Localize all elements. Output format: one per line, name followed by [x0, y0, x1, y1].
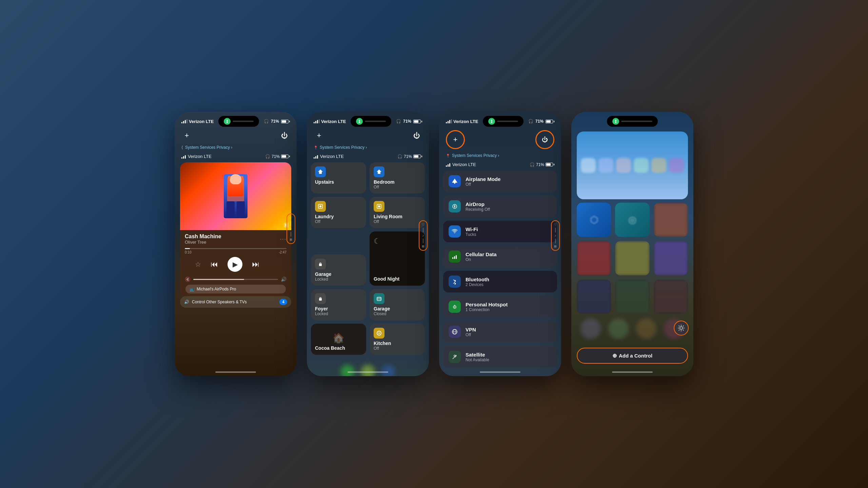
tile-cocoa-beach[interactable]: 🏠 Cocoa Beach [311, 324, 366, 355]
album-art-figure [224, 174, 248, 218]
edit-tile-3[interactable] [654, 203, 688, 237]
volume-high-icon: 🔊 [281, 277, 287, 282]
edit-tile-2-icon: ◎ [615, 203, 649, 237]
signal-bar [183, 121, 184, 123]
tile-garage-closed[interactable]: Garage Closed [370, 289, 425, 320]
foyer-icon [315, 293, 326, 304]
tile-upstairs[interactable]: Upstairs [311, 162, 366, 194]
gear-circle-indicator[interactable] [674, 321, 689, 336]
battery-fill-i1 [282, 155, 286, 158]
tile-cellular[interactable]: Cellular Data On [443, 246, 557, 267]
svg-line-23 [453, 356, 455, 359]
airplay-label: Michael's AirPods Pro [197, 287, 236, 291]
screen-edit: ⬡ ◎ [571, 112, 693, 376]
scroll-div-2 [423, 228, 423, 232]
connectivity-list: Airplane Mode Off AirDrop Receiving Off [439, 170, 561, 368]
bat-tip-2 [421, 156, 422, 157]
tile-bluetooth[interactable]: Bluetooth 2 Devices [443, 271, 557, 292]
di-icon-1 [224, 118, 231, 125]
bluetooth-icon [449, 276, 461, 288]
scroll-pill-2-music: ♪ [422, 234, 424, 237]
di-bar-1 [233, 121, 254, 122]
edit-tile-7[interactable] [577, 280, 611, 314]
tile-bedroom[interactable]: Bedroom Off [370, 162, 425, 194]
add-icon-2[interactable]: + [314, 130, 324, 141]
svg-rect-7 [377, 297, 381, 301]
power-icon-2[interactable]: ⏻ [411, 130, 422, 141]
status-bar-1: Verizon LTE 🎧 71% [175, 112, 297, 129]
signal-bar-i [183, 156, 184, 159]
tile-kitchen[interactable]: Kitchen Off [370, 324, 425, 355]
cellular-subtitle: On [466, 257, 552, 262]
carrier-name-2: Verizon LTE [320, 154, 344, 159]
speakers-control[interactable]: 🔊 Control Other Speakers & TVs 4 [180, 296, 291, 308]
scroll-pill-3-img: ⊞ [554, 245, 557, 248]
svg-point-25 [456, 355, 457, 356]
di-bar-3 [497, 121, 518, 122]
volume-bar[interactable] [193, 279, 278, 280]
bluetooth-subtitle: 2 Devices [466, 282, 552, 287]
favorite-button[interactable]: ☆ [195, 260, 201, 268]
power-icon-1[interactable]: ⏻ [279, 130, 290, 141]
tile-laundry[interactable]: Laundry Off [311, 197, 366, 228]
status-right-1: 🎧 71% [264, 119, 290, 124]
tile-hotspot[interactable]: Personal Hotspot 1 Connection [443, 296, 557, 318]
add-button-orange[interactable]: + [446, 130, 465, 149]
airplay-button[interactable]: 📺 Michael's AirPods Pro [185, 285, 286, 293]
tile-wifi[interactable]: Wi-Fi Tucks [443, 221, 557, 242]
blurred-app-5 [651, 158, 666, 173]
tile-good-night[interactable]: ☾ Good Night [370, 231, 425, 286]
play-button[interactable]: ▶ [228, 257, 242, 272]
power-button-orange[interactable]: ⏻ [535, 130, 554, 149]
signal-bar [186, 119, 188, 123]
progress-bar[interactable] [185, 248, 287, 249]
progress-container[interactable]: 0:10 -2:47 [180, 247, 291, 256]
edit-tile-8[interactable] [615, 280, 649, 314]
di-bar-2 [365, 121, 386, 122]
rewind-button[interactable]: ⏮ [211, 260, 218, 269]
add-icon-1[interactable]: + [181, 130, 192, 141]
edit-tile-9[interactable] [654, 280, 688, 314]
edit-tile-4[interactable] [577, 241, 611, 275]
time-elapsed: 0:10 [185, 250, 191, 254]
edit-tile-2[interactable]: ◎ [615, 203, 649, 237]
edit-tile-1[interactable]: ⬡ [577, 203, 611, 237]
status-bar-2: Verizon LTE 🎧 71% [307, 112, 429, 129]
airplane-icon [449, 175, 461, 187]
sig-i3c [449, 163, 450, 167]
add-control-button[interactable]: ⊕ Add a Control [577, 348, 688, 364]
more-dots[interactable]: ··· [280, 236, 287, 242]
playback-controls: ☆ ⏮ ▶ ⏭ [180, 256, 291, 275]
tile-vpn[interactable]: VPN Off [443, 321, 557, 343]
screen-connectivity: Verizon LTE 🎧 71% [439, 112, 561, 376]
home-indicator-1 [215, 371, 256, 373]
living-room-label: Living Room [374, 214, 421, 219]
svg-rect-14 [454, 256, 455, 259]
cellular-title: Cellular Data [466, 251, 552, 257]
satellite-title: Satellite [466, 352, 552, 358]
edit-tile-6[interactable] [654, 241, 688, 275]
status-right-2: 🎧 71% [396, 119, 422, 124]
status-bar-4 [571, 112, 693, 129]
tile-foyer[interactable]: Foyer Locked [311, 289, 366, 320]
scroll-div-2b [423, 239, 423, 243]
home-controls-grid: Upstairs Bedroom Off [307, 162, 429, 358]
battery-1 [281, 120, 290, 123]
tile-garage-locked[interactable]: Garage Locked [311, 255, 366, 286]
carrier-3: Verizon LTE [453, 119, 478, 124]
tile-living-room[interactable]: Living Room Off [370, 197, 425, 228]
tile-airdrop[interactable]: AirDrop Receiving Off [443, 196, 557, 217]
hotspot-subtitle: 1 Connection [466, 307, 552, 312]
status-right-3: 🎧 71% [528, 119, 554, 124]
screen-home: Verizon LTE 🎧 71% [307, 112, 429, 376]
edit-tile-5[interactable] [615, 241, 649, 275]
bat-2 [413, 155, 422, 158]
tile-satellite[interactable]: Satellite Not Available [443, 346, 557, 368]
progress-fill [185, 248, 190, 249]
living-room-icon [374, 201, 384, 212]
airplane-title: Airplane Mode [466, 176, 552, 182]
battery-pct-1: 71% [271, 119, 279, 124]
headphones-info-3: 🎧 71% [530, 162, 554, 167]
fast-forward-button[interactable]: ⏭ [252, 260, 259, 269]
tile-airplane-mode[interactable]: Airplane Mode Off [443, 170, 557, 192]
